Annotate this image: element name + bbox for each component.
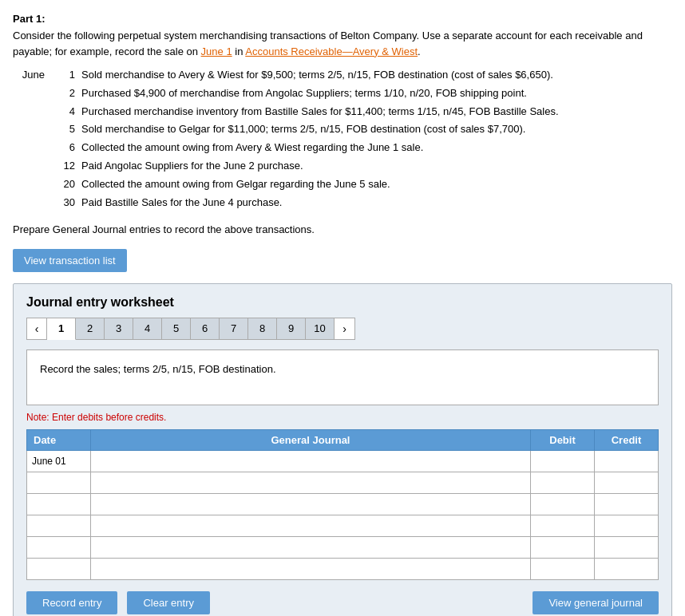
row1-journal-input[interactable] (96, 452, 525, 470)
month-spacer4 (21, 140, 51, 156)
table-row (27, 493, 659, 515)
row5-credit[interactable] (595, 536, 659, 558)
table-row (27, 558, 659, 579)
row3-debit[interactable] (531, 493, 595, 515)
trans-desc-5: Sold merchandise to Gelgar for $11,000; … (81, 121, 672, 138)
record-entry-button[interactable]: Record entry (26, 591, 117, 614)
row1-date: June 01 (27, 450, 91, 472)
instruction-box: Record the sales; terms 2/5, n/15, FOB d… (26, 349, 659, 405)
col-header-date: Date (27, 429, 91, 450)
tabs-row: ‹ 1 2 3 4 5 6 7 8 9 10 › (26, 318, 659, 340)
row2-journal-input[interactable] (96, 474, 525, 492)
trans-date-20: 20 (51, 176, 81, 193)
tab-1[interactable]: 1 (47, 318, 76, 340)
intro-text: Consider the following perpetual system … (13, 28, 672, 59)
col-header-journal: General Journal (91, 429, 531, 450)
table-row: June 01 (27, 450, 659, 472)
trans-desc-4: Purchased merchandise inventory from Bas… (81, 104, 672, 120)
row3-credit[interactable] (595, 493, 659, 515)
tab-5[interactable]: 5 (162, 318, 191, 340)
row2-credit[interactable] (595, 472, 659, 493)
tab-4[interactable]: 4 (133, 318, 162, 340)
clear-entry-button[interactable]: Clear entry (127, 591, 210, 614)
row2-credit-input[interactable] (600, 474, 653, 492)
tab-9[interactable]: 9 (277, 318, 306, 340)
row1-debit-input[interactable] (536, 452, 589, 470)
view-general-journal-button[interactable]: View general journal (533, 591, 659, 614)
row5-debit[interactable] (531, 536, 595, 558)
month-spacer7 (21, 195, 51, 211)
trans-desc-1: Sold merchandise to Avery & Wiest for $9… (81, 67, 672, 84)
tab-10[interactable]: 10 (306, 318, 335, 340)
row1-debit[interactable] (531, 450, 595, 472)
col-header-credit: Credit (595, 429, 659, 450)
trans-date-6: 6 (51, 140, 81, 156)
row4-credit[interactable] (595, 515, 659, 536)
trans-desc-12: Paid Angolac Suppliers for the June 2 pu… (81, 158, 672, 175)
view-transaction-list-button[interactable]: View transaction list (13, 249, 127, 272)
row6-journal[interactable] (91, 558, 531, 579)
prepare-text: Prepare General Journal entries to recor… (13, 222, 672, 238)
row1-credit-input[interactable] (600, 452, 653, 470)
row1-credit[interactable] (595, 450, 659, 472)
row2-debit-input[interactable] (536, 474, 589, 492)
tab-2[interactable]: 2 (76, 318, 105, 340)
highlight-june1: June 1 (201, 45, 232, 57)
tab-8[interactable]: 8 (248, 318, 277, 340)
table-row (27, 472, 659, 493)
row5-journal[interactable] (91, 536, 531, 558)
tab-3[interactable]: 3 (105, 318, 133, 340)
row3-debit-input[interactable] (536, 496, 589, 513)
row5-date (27, 536, 91, 558)
month-spacer3 (21, 121, 51, 138)
row5-journal-input[interactable] (96, 539, 525, 556)
trans-date-30: 30 (51, 195, 81, 211)
table-row (27, 536, 659, 558)
row6-date (27, 558, 91, 579)
row3-journal[interactable] (91, 493, 531, 515)
row6-journal-input[interactable] (96, 560, 525, 578)
tab-prev-arrow[interactable]: ‹ (26, 318, 47, 340)
row3-journal-input[interactable] (96, 496, 525, 513)
trans-desc-6: Collected the amount owing from Avery & … (81, 140, 672, 156)
row6-credit[interactable] (595, 558, 659, 579)
transactions-list: June 1 Sold merchandise to Avery & Wiest… (21, 67, 672, 211)
row6-debit-input[interactable] (536, 560, 589, 578)
trans-desc-20: Collected the amount owing from Gelgar r… (81, 176, 672, 193)
action-buttons: Record entry Clear entry View general jo… (26, 591, 659, 614)
row3-date (27, 493, 91, 515)
trans-date-4: 4 (51, 104, 81, 120)
part-title: Part 1: (13, 13, 672, 25)
month-spacer2 (21, 104, 51, 120)
trans-desc-30: Paid Bastille Sales for the June 4 purch… (81, 195, 672, 211)
highlight-account: Accounts Receivable—Avery & Wiest (245, 45, 418, 57)
row1-journal[interactable] (91, 450, 531, 472)
row2-date (27, 472, 91, 493)
row2-debit[interactable] (531, 472, 595, 493)
trans-desc-2: Purchased $4,900 of merchandise from Ang… (81, 85, 672, 102)
month-label: June (21, 67, 51, 84)
month-spacer (21, 85, 51, 102)
note-text: Note: Enter debits before credits. (26, 412, 659, 423)
row4-journal[interactable] (91, 515, 531, 536)
row6-credit-input[interactable] (600, 560, 653, 578)
trans-date-1: 1 (51, 67, 81, 84)
tab-next-arrow[interactable]: › (335, 318, 355, 340)
row4-debit-input[interactable] (536, 517, 589, 535)
tab-7[interactable]: 7 (220, 318, 248, 340)
row4-credit-input[interactable] (600, 517, 653, 535)
row5-credit-input[interactable] (600, 539, 653, 556)
worksheet-container: Journal entry worksheet ‹ 1 2 3 4 5 6 7 … (13, 283, 672, 616)
row6-debit[interactable] (531, 558, 595, 579)
row4-journal-input[interactable] (96, 517, 525, 535)
table-row (27, 515, 659, 536)
row5-debit-input[interactable] (536, 539, 589, 556)
row2-journal[interactable] (91, 472, 531, 493)
col-header-debit: Debit (531, 429, 595, 450)
tab-6[interactable]: 6 (191, 318, 220, 340)
journal-table: Date General Journal Debit Credit June 0… (26, 429, 659, 580)
trans-date-5: 5 (51, 121, 81, 138)
row3-credit-input[interactable] (600, 496, 653, 513)
trans-date-12: 12 (51, 158, 81, 175)
row4-debit[interactable] (531, 515, 595, 536)
